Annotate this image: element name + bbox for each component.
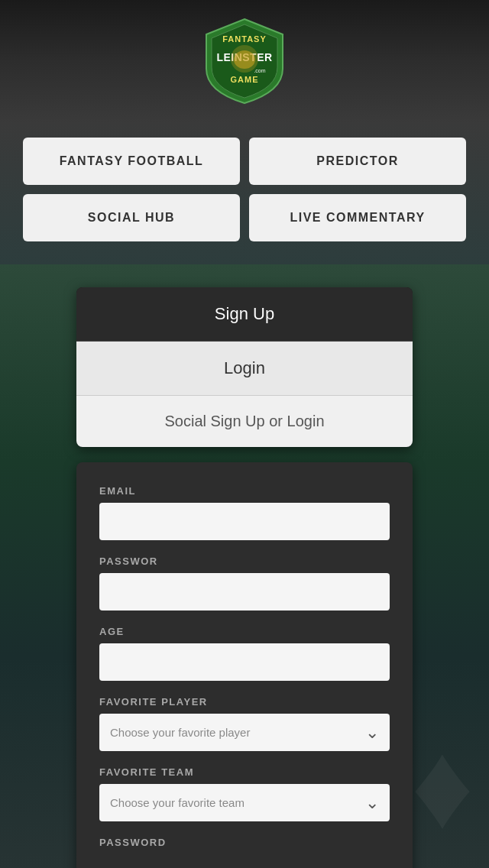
header: FANTASY LEINSTER GAME .com xyxy=(0,0,489,122)
favorite-player-placeholder: Choose your favorite player xyxy=(110,726,250,739)
predictor-button[interactable]: PREDICTOR xyxy=(249,138,466,185)
favorite-team-label: FAVORITE TEAM xyxy=(99,766,390,778)
favorite-player-field-group: FAVORITE PLAYER Choose your favorite pla… xyxy=(99,696,390,751)
favorite-team-placeholder: Choose your favorite team xyxy=(110,796,244,809)
favorite-team-field-group: FAVORITE TEAM Choose your favorite team … xyxy=(99,766,390,821)
svg-text:FANTASY: FANTASY xyxy=(222,34,267,44)
chevron-down-icon-2: ⌄ xyxy=(365,793,379,813)
harp-watermark: ♦ xyxy=(411,715,474,856)
age-field-group: AGE xyxy=(99,626,390,681)
login-tab[interactable]: Login xyxy=(76,342,413,396)
svg-text:GAME: GAME xyxy=(231,75,259,84)
logo-container: FANTASY LEINSTER GAME .com xyxy=(202,15,287,107)
social-tab[interactable]: Social Sign Up or Login xyxy=(76,396,413,447)
email-field-group: EMAIL xyxy=(99,485,390,540)
favorite-player-select[interactable]: Choose your favorite player ⌄ xyxy=(99,714,390,751)
favorite-team-select[interactable]: Choose your favorite team ⌄ xyxy=(99,784,390,821)
nav-area: FANTASY FOOTBALL PREDICTOR SOCIAL HUB LI… xyxy=(0,122,489,264)
live-commentary-button[interactable]: LIVE COMMENTARY xyxy=(249,194,466,241)
chevron-down-icon: ⌄ xyxy=(365,723,379,743)
password2-field-group: PASSWORD xyxy=(99,837,390,848)
password-input[interactable] xyxy=(99,573,390,611)
age-input[interactable] xyxy=(99,643,390,681)
favorite-team-select-wrapper[interactable]: Choose your favorite team ⌄ xyxy=(99,784,390,821)
email-label: EMAIL xyxy=(99,485,390,497)
form-container: EMAIL PASSWOR AGE FAVORITE PLAYER Choose… xyxy=(76,462,413,868)
email-input[interactable] xyxy=(99,503,390,540)
favorite-player-select-wrapper[interactable]: Choose your favorite player ⌄ xyxy=(99,714,390,751)
password-field-group: PASSWOR xyxy=(99,555,390,611)
favorite-player-label: FAVORITE PLAYER xyxy=(99,696,390,708)
tabs-container: Sign Up Login Social Sign Up or Login xyxy=(76,287,413,447)
password-label: PASSWOR xyxy=(99,555,390,567)
password2-label: PASSWORD xyxy=(99,837,390,848)
social-hub-button[interactable]: SOCIAL HUB xyxy=(23,194,240,241)
fantasy-football-button[interactable]: FANTASY FOOTBALL xyxy=(23,138,240,185)
logo-shield: FANTASY LEINSTER GAME .com xyxy=(202,15,287,107)
svg-point-3 xyxy=(234,50,255,69)
signup-tab[interactable]: Sign Up xyxy=(76,287,413,342)
age-label: AGE xyxy=(99,626,390,637)
content-area: FANTASY LEINSTER GAME ♦ Sign Up Login So… xyxy=(0,264,489,868)
svg-text:.com: .com xyxy=(254,68,265,73)
